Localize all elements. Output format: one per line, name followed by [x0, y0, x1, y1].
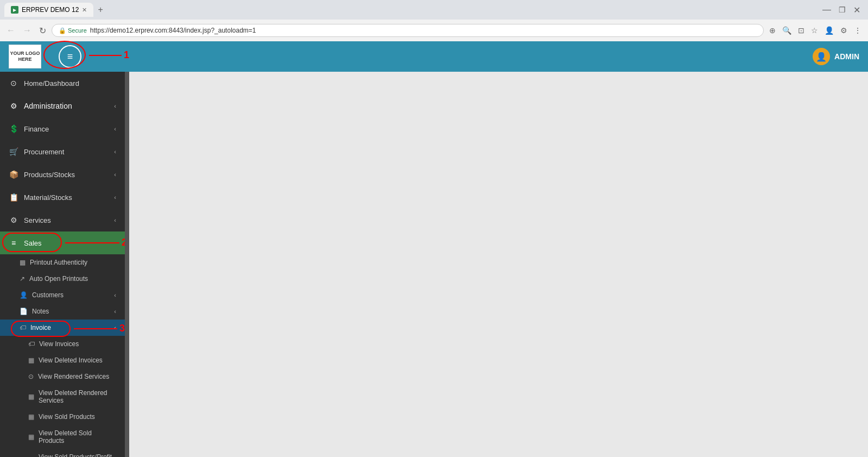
view-rendered-icon: ⊙	[28, 373, 34, 380]
reload-btn[interactable]: ↻	[37, 24, 48, 37]
logo: YOUR LOGO HERE	[9, 45, 41, 68]
browser-titlebar: ▶ ERPREV DEMO 12 ✕ + — ❐ ✕ ← → ↻ 🔒 Secur…	[0, 0, 868, 41]
finance-icon: 💲	[9, 124, 18, 134]
hamburger-icon: ≡	[67, 51, 73, 62]
sidebar-item-view-deleted-invoices[interactable]: ▦ View Deleted Invoices	[0, 352, 125, 368]
user-section: 👤 ADMIN	[813, 48, 859, 65]
sidebar-label-administration: Administration	[24, 102, 72, 110]
sidebar-item-view-profit[interactable]: ▦ View Sold Products/Profit on sale	[0, 449, 125, 457]
sidebar-label-view-sold: View Sold Products	[39, 413, 95, 421]
url-text: https://demo12.erprev.com:8443/index.jsp…	[90, 27, 757, 34]
extensions-btn[interactable]: ⚙	[838, 25, 850, 36]
forward-btn[interactable]: →	[21, 24, 34, 36]
view-deleted-invoices-icon: ▦	[28, 356, 34, 364]
sidebar-item-services[interactable]: ⚙ Services ‹	[0, 209, 125, 231]
services-icon: ⚙	[9, 215, 18, 225]
chevron-notes: ‹	[114, 308, 116, 315]
sidebar-scrollbar[interactable]	[125, 72, 129, 457]
chevron-material: ‹	[114, 194, 116, 201]
chevron-finance: ‹	[114, 126, 116, 132]
material-icon: 📋	[9, 192, 18, 202]
tab-title: ERPREV DEMO 12	[22, 6, 79, 14]
sidebar-label-customers: Customers	[32, 291, 64, 299]
profile-btn[interactable]: 👤	[822, 25, 836, 36]
secure-badge: 🔒 Secure	[59, 27, 87, 34]
chevron-procurement: ‹	[114, 148, 116, 155]
sidebar-item-view-invoices[interactable]: 🏷 View Invoices	[0, 336, 125, 352]
sidebar-label-sales: Sales	[24, 239, 42, 247]
invoice-icon: 🏷	[20, 324, 26, 331]
browser-tab[interactable]: ▶ ERPREV DEMO 12 ✕	[4, 3, 93, 17]
menu-btn[interactable]: ⋮	[852, 25, 864, 36]
address-bar[interactable]: 🔒 Secure https://demo12.erprev.com:8443/…	[52, 24, 764, 37]
sidebar-label-finance: Finance	[24, 125, 49, 133]
close-btn[interactable]: ✕	[850, 5, 864, 15]
sidebar-label-products: Products/Stocks	[24, 171, 75, 179]
sidebar-label-view-invoices: View Invoices	[39, 340, 79, 348]
sidebar-item-view-rendered[interactable]: ⊙ View Rendered Services	[0, 368, 125, 385]
sidebar-label-services: Services	[24, 216, 51, 224]
user-name: ADMIN	[834, 52, 859, 61]
home-icon: ⊙	[9, 78, 18, 88]
sidebar-item-customers[interactable]: 👤 Customers ‹	[0, 287, 125, 303]
chevron-products: ‹	[114, 171, 116, 178]
sidebar-item-products[interactable]: 📦 Products/Stocks ‹	[0, 163, 125, 186]
bookmark-btn[interactable]: ☆	[809, 25, 820, 36]
sidebar-label-notes: Notes	[32, 308, 49, 315]
sidebar-item-printout-auth[interactable]: ▦ Printout Authenticity	[0, 254, 125, 271]
administration-icon: ⚙	[9, 101, 18, 111]
back-btn[interactable]: ←	[4, 24, 17, 36]
cast-btn[interactable]: ⊡	[796, 25, 807, 36]
sidebar-label-auto-open: Auto Open Printouts	[29, 275, 88, 283]
location-btn[interactable]: ⊕	[767, 25, 778, 36]
sidebar-label-view-profit: View Sold Products/Profit on sale	[39, 453, 116, 457]
sidebar-item-view-deleted-rendered[interactable]: ▦ View Deleted Rendered Services	[0, 385, 125, 409]
sidebar-item-view-deleted-sold[interactable]: ▦ View Deleted Sold Products	[0, 425, 125, 449]
products-icon: 📦	[9, 170, 18, 179]
sidebar-item-auto-open[interactable]: ↗ Auto Open Printouts	[0, 271, 125, 287]
sidebar-item-sales[interactable]: ≡ Sales	[0, 231, 125, 254]
chevron-customers: ‹	[114, 292, 116, 298]
sidebar-item-notes[interactable]: 📄 Notes ‹	[0, 303, 125, 320]
sidebar-item-procurement[interactable]: 🛒 Procurement ‹	[0, 140, 125, 163]
view-deleted-rendered-icon: ▦	[28, 393, 34, 400]
tab-favicon: ▶	[11, 6, 18, 14]
main-area: ⊙ Home/Dashboard ⚙ Administration ‹ 💲 Fi…	[0, 72, 868, 457]
sidebar-label-invoice: Invoice	[30, 324, 51, 331]
sidebar-label-procurement: Procurement	[24, 148, 64, 156]
new-tab-btn[interactable]: +	[93, 5, 107, 15]
sidebar-item-view-sold[interactable]: ▦ View Sold Products	[0, 409, 125, 425]
user-avatar: 👤	[813, 48, 830, 65]
view-sold-icon: ▦	[28, 413, 34, 421]
chevron-invoice: ‹	[114, 324, 116, 331]
view-deleted-sold-icon: ▦	[28, 433, 34, 441]
procurement-icon: 🛒	[9, 147, 18, 156]
minimize-btn[interactable]: —	[819, 5, 834, 15]
app-container: YOUR LOGO HERE ≡ 1 👤 ADMIN ⊙	[0, 41, 868, 457]
maximize-btn[interactable]: ❐	[835, 5, 849, 14]
sidebar-label-view-rendered: View Rendered Services	[38, 373, 109, 380]
chevron-services: ‹	[114, 217, 116, 223]
sidebar-label-printout-auth: Printout Authenticity	[30, 259, 87, 266]
printout-auth-icon: ▦	[20, 259, 26, 266]
customers-icon: 👤	[20, 291, 28, 299]
sidebar-item-material[interactable]: 📋 Material/Stocks ‹	[0, 186, 125, 209]
app-header: YOUR LOGO HERE ≡ 1 👤 ADMIN	[0, 41, 868, 72]
sidebar-label-view-deleted-sold: View Deleted Sold Products	[39, 429, 116, 445]
sidebar-label-home: Home/Dashboard	[24, 79, 79, 87]
tab-close-btn[interactable]: ✕	[82, 7, 87, 14]
chevron-administration: ‹	[114, 103, 116, 109]
sidebar-item-finance[interactable]: 💲 Finance ‹	[0, 117, 125, 140]
sidebar-item-home[interactable]: ⊙ Home/Dashboard	[0, 72, 125, 95]
sidebar: ⊙ Home/Dashboard ⚙ Administration ‹ 💲 Fi…	[0, 72, 125, 457]
view-invoices-icon: 🏷	[28, 340, 35, 348]
sidebar-item-administration[interactable]: ⚙ Administration ‹	[0, 95, 125, 117]
sidebar-item-invoice[interactable]: 🏷 Invoice ‹	[0, 320, 125, 336]
secure-text: Secure	[68, 27, 87, 34]
notes-icon: 📄	[20, 308, 28, 315]
content-area	[129, 72, 868, 457]
zoom-btn[interactable]: 🔍	[780, 25, 794, 36]
hamburger-btn[interactable]: ≡	[59, 45, 81, 68]
sidebar-label-view-deleted-invoices: View Deleted Invoices	[39, 356, 103, 364]
sidebar-label-view-deleted-rendered: View Deleted Rendered Services	[39, 389, 116, 404]
